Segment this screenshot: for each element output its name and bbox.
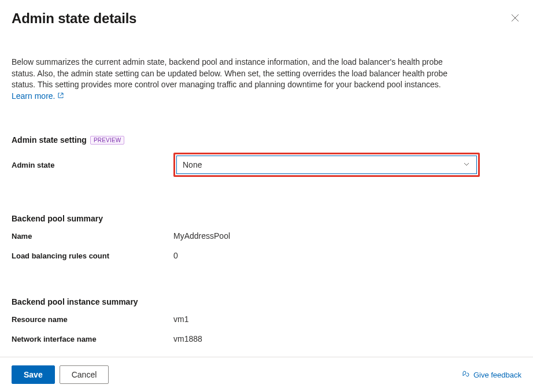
instance-summary-section: Backend pool instance summary Resource n… [12,297,521,354]
feedback-label: Give feedback [473,371,521,379]
external-link-icon [57,91,64,102]
admin-state-field-row: Admin state None [12,153,521,177]
footer-actions: Save Cancel [12,365,109,384]
section-heading-backend-pool: Backend pool summary [12,214,521,223]
page-title: Admin state details [12,10,136,27]
backend-pool-rules-row: Load balancing rules count 0 [12,251,521,260]
backend-pool-name-value: MyAddressPool [173,231,230,241]
description-text: Below summarizes the current admin state… [12,57,447,89]
admin-state-section: Admin state setting PREVIEW Admin state … [12,135,521,187]
save-button[interactable]: Save [12,365,55,384]
panel-footer: Save Cancel Give feedback [0,357,533,392]
panel-description: Below summarizes the current admin state… [12,57,462,102]
section-heading-instance: Backend pool instance summary [12,297,521,306]
learn-more-label: Learn more. [12,91,55,102]
backend-pool-rules-label: Load balancing rules count [12,252,173,260]
section-heading-admin-state: Admin state setting PREVIEW [12,135,521,145]
learn-more-link[interactable]: Learn more. [12,91,64,102]
instance-resource-value: vm1 [173,315,188,324]
instance-resource-row: Resource name vm1 [12,315,521,324]
give-feedback-link[interactable]: Give feedback [462,370,521,380]
backend-pool-name-label: Name [12,232,173,241]
instance-nic-value: vm1888 [173,334,202,343]
preview-badge: PREVIEW [90,136,125,145]
backend-pool-summary-section: Backend pool summary Name MyAddressPool … [12,214,521,271]
feedback-icon [462,370,470,380]
admin-state-dropdown[interactable]: None [176,156,477,174]
cancel-button[interactable]: Cancel [60,365,109,384]
panel-header: Admin state details [12,10,521,27]
backend-pool-rules-value: 0 [173,251,178,260]
admin-state-heading-text: Admin state setting [12,135,87,145]
instance-nic-row: Network interface name vm1888 [12,334,521,343]
instance-nic-label: Network interface name [12,335,173,343]
admin-state-details-panel: Admin state details Below summarizes the… [0,0,533,392]
admin-state-dropdown-highlight: None [173,153,480,177]
close-icon [511,14,519,22]
admin-state-label: Admin state [12,161,173,169]
backend-pool-name-row: Name MyAddressPool [12,231,521,241]
instance-resource-label: Resource name [12,315,173,324]
close-button[interactable] [509,12,521,24]
